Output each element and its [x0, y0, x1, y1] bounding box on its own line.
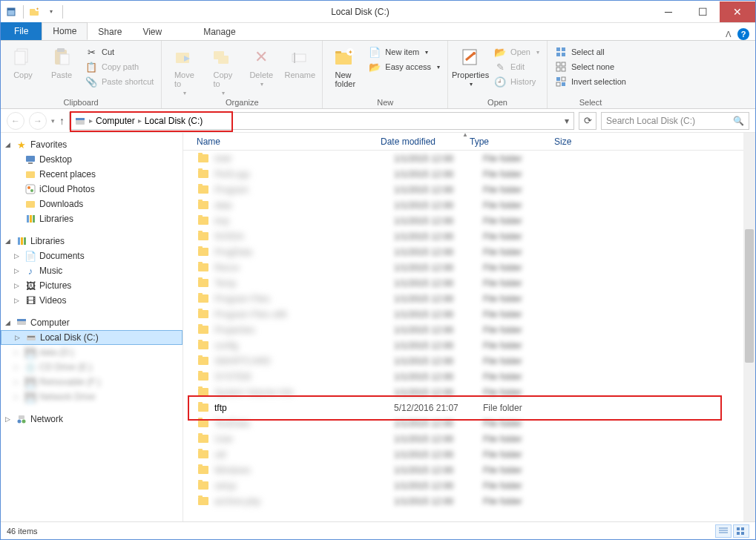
file-row-blurred[interactable]: Program Files1/1/2015 12:00File folder	[183, 291, 755, 306]
tab-view[interactable]: View	[132, 24, 172, 40]
file-row-blurred[interactable]: ProgData1/1/2015 12:00File folder	[183, 244, 755, 260]
qat-dropdown-icon[interactable]: ▾	[45, 5, 58, 19]
nav-music[interactable]: ▷♪Music	[1, 263, 183, 278]
nav-libraries-fav[interactable]: Libraries	[1, 211, 183, 226]
help-icon[interactable]: ?	[737, 28, 749, 40]
back-button[interactable]: ←	[7, 112, 24, 130]
file-row-blurred[interactable]: tmp1/1/2015 12:00File folder	[183, 213, 755, 228]
minimize-button[interactable]: ─	[651, 1, 686, 22]
nav-libraries[interactable]: ◢Libraries	[1, 234, 183, 248]
column-size[interactable]: Size	[554, 136, 614, 147]
svg-rect-25	[556, 62, 560, 66]
breadcrumb-local-disk[interactable]: Local Disk (C:)	[145, 116, 203, 126]
file-row-blurred[interactable]: TestData1/1/2015 12:00File folder	[183, 415, 755, 431]
file-row-blurred[interactable]: setup1/1/2015 12:00File folder	[183, 478, 755, 493]
file-row-blurred[interactable]: SYSTEM1/1/2015 12:00File folder	[183, 369, 755, 384]
nav-downloads[interactable]: Downloads	[1, 197, 183, 211]
breadcrumb-root-icon[interactable]	[74, 115, 86, 127]
tab-file[interactable]: File	[1, 22, 42, 40]
paste-shortcut-button[interactable]: 📎Paste shortcut	[82, 75, 157, 88]
file-list[interactable]: Intel1/1/2015 12:00File folderPerfLogs1/…	[183, 151, 755, 521]
cut-button[interactable]: ✂Cut	[82, 45, 157, 59]
nav-videos[interactable]: ▷🎞Videos	[1, 293, 183, 308]
nav-local-disk-c[interactable]: ▷Local Disk (C:)	[1, 330, 183, 345]
history-button[interactable]: 🕘History	[491, 75, 542, 88]
file-row-blurred[interactable]: Program1/1/2015 12:00File folder	[183, 182, 755, 197]
nav-documents[interactable]: ▷📄Documents	[1, 248, 183, 263]
nav-computer[interactable]: ◢Computer	[1, 315, 183, 330]
select-none-icon	[555, 61, 567, 73]
rename-button[interactable]: Rename	[282, 42, 318, 79]
up-button[interactable]: ↑	[59, 115, 65, 127]
copy-to-button[interactable]: Copy to▾	[205, 42, 240, 96]
easy-access-button[interactable]: 📂Easy access▾	[366, 60, 443, 73]
tab-manage[interactable]: Manage	[193, 24, 246, 40]
forward-button[interactable]: →	[29, 112, 47, 130]
nav-item-blurred[interactable]: ▷💿CD Drive (E:)	[1, 360, 183, 375]
copy-button[interactable]: Copy	[5, 42, 41, 79]
breadcrumb-computer[interactable]: Computer	[96, 116, 135, 126]
recent-locations-dropdown[interactable]: ▾	[51, 117, 55, 125]
nav-item-blurred[interactable]: ▷💾Network Drive	[1, 389, 183, 404]
paste-button[interactable]: Paste	[44, 42, 79, 79]
svg-rect-45	[18, 237, 20, 245]
file-row-blurred[interactable]: Windows1/1/2015 12:00File folder	[183, 462, 755, 478]
scrollbar-thumb[interactable]	[745, 229, 754, 363]
nav-favorites[interactable]: ◢★Favorites	[1, 137, 183, 152]
svg-rect-42	[27, 215, 29, 223]
invert-selection-button[interactable]: Invert selection	[552, 75, 629, 88]
recent-icon	[24, 168, 36, 180]
address-dropdown-icon[interactable]: ▾	[565, 116, 569, 126]
file-row-blurred[interactable]: Program Files x861/1/2015 12:00File fold…	[183, 306, 755, 322]
file-row-blurred[interactable]: User1/1/2015 12:00File folder	[183, 431, 755, 447]
nav-icloud-photos[interactable]: iCloud Photos	[1, 182, 183, 197]
select-all-button[interactable]: Select all	[552, 45, 629, 59]
file-row-blurred[interactable]: config1/1/2015 12:00File folder	[183, 338, 755, 353]
svg-rect-43	[30, 215, 32, 223]
vertical-scrollbar[interactable]	[743, 133, 755, 521]
icons-view-button[interactable]	[733, 524, 749, 538]
delete-button[interactable]: ✕Delete▾	[243, 42, 279, 88]
details-view-button[interactable]	[715, 524, 732, 538]
file-row-blurred[interactable]: SMARTCARD1/1/2015 12:00File folder	[183, 353, 755, 369]
copy-path-button[interactable]: 📋Copy path	[82, 60, 157, 73]
new-item-button[interactable]: 📄New item▾	[366, 45, 443, 59]
search-box[interactable]: Search Local Disk (C:) 🔍	[601, 112, 749, 130]
new-folder-qat-icon[interactable]: ✦	[28, 5, 42, 19]
file-row-blurred[interactable]: NVIDIA1/1/2015 12:00File folder	[183, 228, 755, 244]
maximize-button[interactable]: ☐	[686, 1, 720, 22]
address-bar[interactable]: ▸ Computer ▸ Local Disk (C:) ▾	[69, 112, 574, 130]
tab-share[interactable]: Share	[88, 24, 132, 40]
svg-rect-24	[562, 53, 565, 56]
file-row-blurred[interactable]: Properties1/1/2015 12:00File folder	[183, 322, 755, 338]
nav-desktop[interactable]: Desktop	[1, 152, 183, 167]
open-button[interactable]: 📂Open▾	[491, 45, 542, 59]
tab-home[interactable]: Home	[42, 22, 88, 40]
nav-recent-places[interactable]: Recent places	[1, 167, 183, 182]
column-name[interactable]: Name	[197, 136, 381, 147]
file-row-blurred[interactable]: System Volume Info1/1/2015 12:00File fol…	[183, 384, 755, 400]
select-none-button[interactable]: Select none	[552, 60, 629, 73]
file-row-blurred[interactable]: Recov1/1/2015 12:00File folder	[183, 260, 755, 275]
collapse-ribbon-icon[interactable]: ᐱ	[726, 30, 732, 39]
move-to-button[interactable]: Move to▾	[166, 42, 202, 96]
close-button[interactable]: ✕	[720, 1, 755, 22]
refresh-button[interactable]: ⟳	[579, 112, 596, 130]
file-row-blurred[interactable]: data1/1/2015 12:00File folder	[183, 197, 755, 213]
nav-pictures[interactable]: ▷🖼Pictures	[1, 278, 183, 293]
nav-network[interactable]: ▷Network	[1, 412, 183, 427]
nav-item-blurred[interactable]: ▷💾Removable (F:)	[1, 375, 183, 389]
file-row-blurred[interactable]: Intel1/1/2015 12:00File folder	[183, 151, 755, 166]
edit-button[interactable]: ✎Edit	[491, 60, 542, 73]
column-date-modified[interactable]: Date modified	[381, 136, 470, 147]
properties-qat-icon[interactable]	[5, 5, 19, 19]
properties-button[interactable]: Properties▾	[453, 42, 488, 88]
nav-item-blurred[interactable]: ▷💾data (D:)	[1, 345, 183, 360]
file-row-tftp[interactable]: tftp5/12/2016 21:07File folder	[183, 400, 755, 415]
file-row-blurred[interactable]: PerfLogs1/1/2015 12:00File folder	[183, 166, 755, 182]
file-row-blurred[interactable]: util1/1/2015 12:00File folder	[183, 447, 755, 462]
file-row-blurred[interactable]: Temp1/1/2015 12:00File folder	[183, 275, 755, 291]
new-folder-button[interactable]: ✦New folder	[327, 42, 363, 88]
file-row-blurred[interactable]: archive.php1/1/2015 12:00File folder	[183, 493, 755, 509]
column-type[interactable]: Type	[470, 136, 554, 147]
